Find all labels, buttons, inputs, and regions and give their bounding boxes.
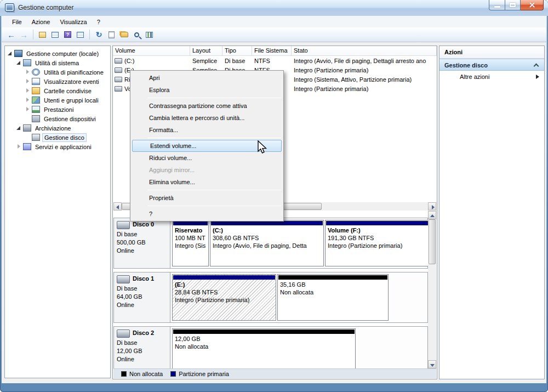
partition-riservato[interactable]: Riservato 100 MB NT Integro (Sis: [172, 220, 209, 266]
scroll-right-button[interactable]: [428, 202, 436, 211]
menu-item-elimina-volume[interactable]: Elimina volume...: [132, 176, 282, 188]
close-button[interactable]: [521, 0, 544, 10]
tree-item-shared-folders[interactable]: Cartelle condivise: [5, 86, 110, 95]
actions-group-disk-management[interactable]: Gestione disco: [439, 59, 544, 71]
menu-help[interactable]: ?: [92, 17, 105, 27]
expand-arrow-icon[interactable]: [25, 78, 31, 84]
tree-item-system-tools[interactable]: Utilità di sistema: [5, 58, 110, 67]
tree-item-storage[interactable]: Archiviazione: [5, 123, 110, 133]
tree-item-disk-management[interactable]: Gestione disco: [5, 133, 110, 142]
expand-spacer: [25, 134, 31, 140]
menu-item-apri[interactable]: Apri: [132, 72, 282, 84]
tree-item-services-applications[interactable]: Servizi e applicazioni: [5, 142, 110, 151]
disk-row-1[interactable]: Disco 1 Di base 64,00 GB Online (E:) 28,…: [113, 272, 428, 323]
disk-row-0[interactable]: Disco 0 Di base 500,00 GB Online Riserva…: [113, 218, 428, 269]
scrollbar-thumb[interactable]: [429, 219, 436, 264]
column-header-tipo[interactable]: Tipo: [222, 46, 252, 56]
help-icon[interactable]: ?: [62, 29, 73, 41]
back-icon[interactable]: ←: [5, 29, 17, 41]
volume-icon: [115, 67, 122, 73]
vertical-scrollbar[interactable]: [428, 211, 436, 368]
column-header-volume[interactable]: Volume: [113, 46, 190, 56]
menu-item-esplora[interactable]: Esplora: [132, 84, 282, 96]
forward-icon[interactable]: →: [18, 29, 30, 41]
disk-info[interactable]: Disco 1 Di base 64,00 GB Online: [114, 272, 170, 322]
tree-item-task-scheduler[interactable]: Utilità di pianificazione: [5, 67, 110, 77]
expand-arrow-icon[interactable]: [25, 97, 31, 103]
minimize-icon: [494, 6, 500, 8]
actions-pane: Azioni Gestione disco Altre azioni: [439, 46, 545, 379]
maximize-button[interactable]: [505, 0, 521, 10]
scroll-down-button[interactable]: [428, 360, 436, 368]
partition-e-selected[interactable]: (E:) 28,84 GB NTFS Integro (Partizione p…: [172, 274, 276, 321]
disk-row-2[interactable]: Disco 2 Di base 12,00 GB Online 12,00 GB…: [113, 326, 428, 368]
menu-item-help[interactable]: ?: [132, 208, 282, 220]
disk-icon: [117, 329, 130, 338]
menu-visualizza[interactable]: Visualizza: [55, 17, 92, 27]
services-icon: [23, 143, 31, 150]
legend-primary-partition: Partizione primaria: [170, 371, 229, 377]
task-scheduler-icon: [32, 69, 40, 76]
menu-item-proprieta[interactable]: Proprietà: [132, 192, 282, 204]
unallocated-region[interactable]: 35,16 GB Non allocata: [277, 274, 389, 321]
partition-c[interactable]: (C:) 308,60 GB NTFS Integro (Avvio, File…: [210, 220, 324, 266]
list-view-icon[interactable]: [49, 29, 61, 41]
expand-arrow-icon[interactable]: [16, 144, 22, 150]
menu-azione[interactable]: Azione: [27, 17, 55, 27]
expand-spacer: [25, 116, 31, 122]
context-menu: Apri Esplora Contrassegna partizione com…: [130, 70, 284, 221]
scroll-up-button[interactable]: [428, 211, 436, 219]
expand-arrow-icon[interactable]: [16, 60, 22, 66]
expand-arrow-icon[interactable]: [25, 88, 31, 94]
column-header-stato[interactable]: Stato: [292, 46, 437, 56]
tree-item-computer-management[interactable]: Gestione computer (locale): [5, 49, 110, 58]
menu-item-riduci-volume[interactable]: Riduci volume...: [132, 152, 282, 164]
folder-icon[interactable]: [118, 29, 130, 41]
refresh-icon[interactable]: ↻: [93, 29, 105, 41]
tree-item-performance[interactable]: Prestazioni: [5, 105, 110, 114]
tree-item-local-users[interactable]: Utenti e gruppi locali: [5, 95, 110, 105]
expand-arrow-icon[interactable]: [25, 106, 31, 112]
menu-file[interactable]: File: [7, 17, 27, 27]
menu-item-formatta[interactable]: Formatta...: [132, 124, 282, 136]
disk-info[interactable]: Disco 2 Di base 12,00 GB Online: [114, 327, 170, 368]
minimize-button[interactable]: [489, 0, 505, 10]
collapse-chevron-icon[interactable]: [534, 64, 539, 69]
volume-row-c[interactable]: (C:) Semplice Di base NTFS Integro (Avvi…: [113, 56, 437, 65]
chart-icon[interactable]: [144, 29, 155, 41]
column-header-filesystem[interactable]: File Sistema: [252, 46, 292, 56]
menu-item-contrassegna[interactable]: Contrassegna partizione come attiva: [132, 100, 282, 112]
expand-arrow-icon[interactable]: [16, 125, 22, 131]
title-bar[interactable]: Gestione computer: [0, 0, 548, 16]
menu-separator: [148, 98, 281, 98]
column-header-layout[interactable]: Layout: [190, 46, 222, 56]
expand-arrow-icon[interactable]: [7, 50, 13, 56]
tree-item-device-manager[interactable]: Gestione dispositivi: [5, 114, 110, 123]
computer-icon: [14, 50, 22, 57]
primary-partition-swatch: [170, 371, 176, 377]
system-tools-icon: [23, 59, 31, 66]
menu-item-estendi-volume[interactable]: Estendi volume...: [132, 140, 282, 152]
storage-icon: [23, 124, 31, 132]
disk-info[interactable]: Disco 0 Di base 500,00 GB Online: [114, 218, 170, 268]
window-icon[interactable]: [37, 29, 48, 41]
scroll-left-button[interactable]: [113, 202, 122, 211]
menu-item-aggiungi-mirror[interactable]: Aggiungi mirror...: [132, 164, 282, 176]
tree-item-event-viewer[interactable]: Visualizzatore eventi: [5, 77, 110, 86]
unallocated-bar: [278, 275, 387, 280]
unallocated-bar: [173, 329, 355, 334]
volume-icon: [115, 86, 122, 92]
export-icon[interactable]: [106, 29, 117, 41]
menu-item-cambia-lettera[interactable]: Cambia lettera e percorso di unità...: [132, 112, 282, 124]
search-icon[interactable]: [131, 29, 142, 41]
actions-more[interactable]: Altre azioni: [439, 71, 544, 83]
toolbar: ← → ? ↻: [2, 27, 546, 42]
console-icon[interactable]: [75, 29, 86, 41]
primary-partition-bar: [326, 221, 428, 225]
partition-f[interactable]: Volume (F:) 191,30 GB NTFS Integro (Part…: [325, 220, 428, 266]
toolbar-separator: [33, 30, 33, 39]
menu-separator: [148, 190, 281, 190]
disk-icon: [117, 275, 130, 283]
unallocated-region[interactable]: 12,00 GB Non allocata: [172, 328, 356, 368]
expand-arrow-icon[interactable]: [25, 69, 31, 75]
